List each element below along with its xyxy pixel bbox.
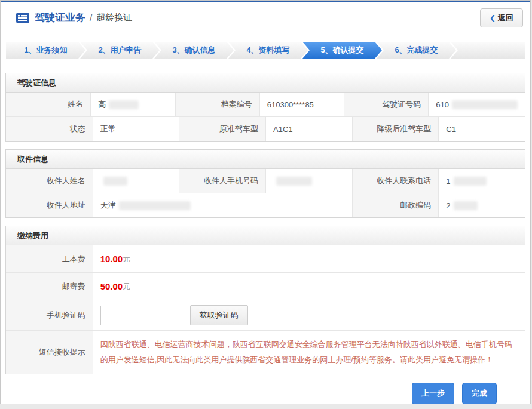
license-number-value: 610 xyxy=(428,93,525,116)
redacted-text xyxy=(109,100,139,109)
footer-actions: 上一步 完成 xyxy=(1,374,530,404)
recipient-phone-label: 收件人联系电话 xyxy=(352,169,439,193)
recipient-mobile-label: 收件人手机号码 xyxy=(179,169,265,193)
back-button[interactable]: ❮返回 xyxy=(480,8,523,27)
app-window: 驾驶证业务 / 超龄换证 ❮返回 1、业务须知 2、用户申告 3、确认信息 4、… xyxy=(0,0,531,404)
recipient-address-value: 天津 xyxy=(93,193,352,217)
name-label: 姓名 xyxy=(6,93,90,116)
tab-step-2-declaration[interactable]: 2、用户申告 xyxy=(80,42,160,59)
name-value: 高 xyxy=(90,93,175,116)
table-row: 手机验证码 获取验证码 xyxy=(6,300,525,330)
section-license-info: 驾驶证信息 姓名 高 档案编号 610300****85 驾驶证号码 610 状… xyxy=(5,73,525,142)
sms-notice-text: 因陕西省联通、电信运营商技术问题，陕西省互联网交通安全综合服务管理平台无法向持陕… xyxy=(93,331,525,374)
recipient-name-label: 收件人姓名 xyxy=(6,169,93,193)
tab-step-6-complete[interactable]: 6、完成提交 xyxy=(377,42,456,59)
license-business-icon xyxy=(16,13,29,23)
step-progress-bar: 1、业务须知 2、用户申告 3、确认信息 4、资料填写 5、确认提交 6、完成提… xyxy=(6,42,525,59)
original-class-value: A1C1 xyxy=(265,117,352,141)
table-row: 工本费 10.00元 xyxy=(6,245,525,272)
breadcrumb-current: 超龄换证 xyxy=(96,12,132,23)
sms-code-label: 手机验证码 xyxy=(6,300,93,330)
tab-step-1-notice[interactable]: 1、业务须知 xyxy=(6,42,85,59)
sms-notice-label: 短信接收提示 xyxy=(6,331,93,374)
sms-code-field-group: 获取验证码 xyxy=(93,300,525,330)
table-row: 邮寄费 50.00元 xyxy=(6,272,525,300)
table-row: 姓名 高 档案编号 610300****85 驾驶证号码 610 xyxy=(6,93,525,116)
redacted-text xyxy=(454,201,478,210)
redacted-text xyxy=(119,201,191,210)
file-number-label: 档案编号 xyxy=(175,93,259,116)
section-pickup-info: 取件信息 收件人姓名 收件人手机号码 收件人联系电话 1 收件人地址 天津 邮政… xyxy=(5,149,525,218)
table-row: 短信接收提示 因陕西省联通、电信运营商技术问题，陕西省互联网交通安全综合服务管理… xyxy=(6,330,525,374)
status-value: 正常 xyxy=(93,117,179,141)
recipient-address-label: 收件人地址 xyxy=(6,193,93,217)
production-fee-unit: 元 xyxy=(123,254,130,265)
section-fees: 缴纳费用 工本费 10.00元 邮寄费 50.00元 手机验证码 获取验证码 短… xyxy=(5,226,525,374)
zip-code-value: 2 xyxy=(438,193,525,217)
finish-button[interactable]: 完成 xyxy=(462,383,497,404)
page-title: 驾驶证业务 xyxy=(35,11,85,24)
production-fee-value: 10.00元 xyxy=(93,245,525,272)
get-sms-code-button[interactable]: 获取验证码 xyxy=(190,305,248,325)
downgraded-class-value: C1 xyxy=(438,117,525,141)
mail-fee-amount: 50.00 xyxy=(100,281,123,291)
original-class-label: 原准驾车型 xyxy=(179,117,265,141)
mail-fee-unit: 元 xyxy=(123,281,130,292)
section-title-pickup: 取件信息 xyxy=(6,150,525,169)
steps-filler xyxy=(451,42,525,59)
redacted-text xyxy=(103,177,127,186)
file-number-value: 610300****85 xyxy=(259,93,344,116)
mail-fee-value: 50.00元 xyxy=(93,273,525,300)
recipient-name-value xyxy=(93,169,179,193)
table-row: 收件人地址 天津 邮政编码 2 xyxy=(6,193,525,217)
breadcrumb-separator: / xyxy=(90,13,92,23)
production-fee-label: 工本费 xyxy=(6,245,93,272)
tab-step-5-confirm-submit[interactable]: 5、确认提交 xyxy=(302,42,382,59)
license-number-label: 驾驶证号码 xyxy=(344,93,428,116)
redacted-text xyxy=(452,100,518,109)
zip-code-label: 邮政编码 xyxy=(352,193,439,217)
tab-step-3-confirm-info[interactable]: 3、确认信息 xyxy=(154,42,234,59)
section-title-license: 驾驶证信息 xyxy=(6,73,525,93)
mail-fee-label: 邮寄费 xyxy=(6,273,93,300)
downgraded-class-label: 降级后准驾车型 xyxy=(352,117,439,141)
table-row: 收件人姓名 收件人手机号码 收件人联系电话 1 xyxy=(6,169,525,193)
recipient-phone-value: 1 xyxy=(438,169,525,193)
section-title-fees: 缴纳费用 xyxy=(6,226,525,245)
status-label: 状态 xyxy=(6,117,93,141)
previous-step-button[interactable]: 上一步 xyxy=(412,383,454,404)
sms-code-input[interactable] xyxy=(100,306,184,325)
redacted-text xyxy=(276,177,312,186)
back-button-label: 返回 xyxy=(498,13,513,22)
chevron-left-icon: ❮ xyxy=(490,14,496,22)
recipient-mobile-value xyxy=(265,169,352,193)
page-header: 驾驶证业务 / 超龄换证 ❮返回 xyxy=(1,2,530,33)
tab-step-4-fill-data[interactable]: 4、资料填写 xyxy=(228,42,308,59)
production-fee-amount: 10.00 xyxy=(100,254,123,264)
table-row: 状态 正常 原准驾车型 A1C1 降级后准驾车型 C1 xyxy=(6,116,525,141)
redacted-text xyxy=(454,177,487,186)
